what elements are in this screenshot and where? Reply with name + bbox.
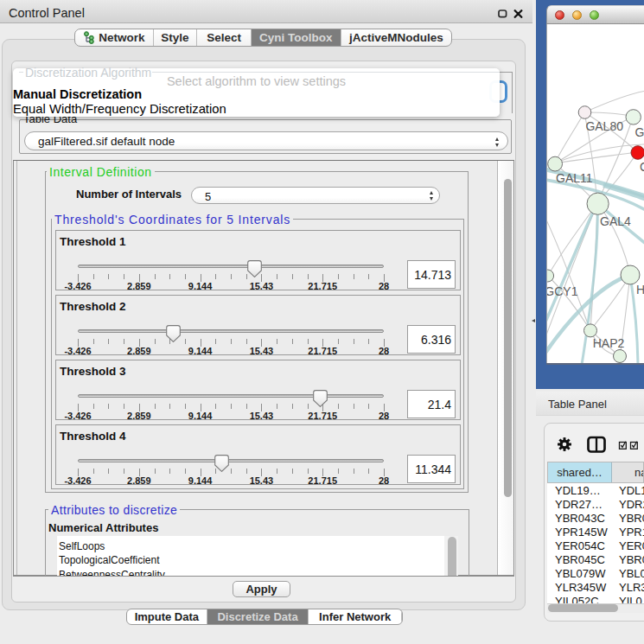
svg-text:HIS: HIS bbox=[636, 283, 644, 296]
svg-text:GCY1: GCY1 bbox=[547, 284, 578, 298]
svg-text:HAP2: HAP2 bbox=[593, 336, 625, 350]
svg-text:CYC: CYC bbox=[640, 160, 644, 174]
svg-text:GAL7: GAL7 bbox=[635, 125, 644, 139]
svg-text:GAL11: GAL11 bbox=[556, 171, 593, 185]
svg-text:GAL80: GAL80 bbox=[585, 119, 623, 133]
svg-text:GAL4: GAL4 bbox=[600, 214, 631, 228]
